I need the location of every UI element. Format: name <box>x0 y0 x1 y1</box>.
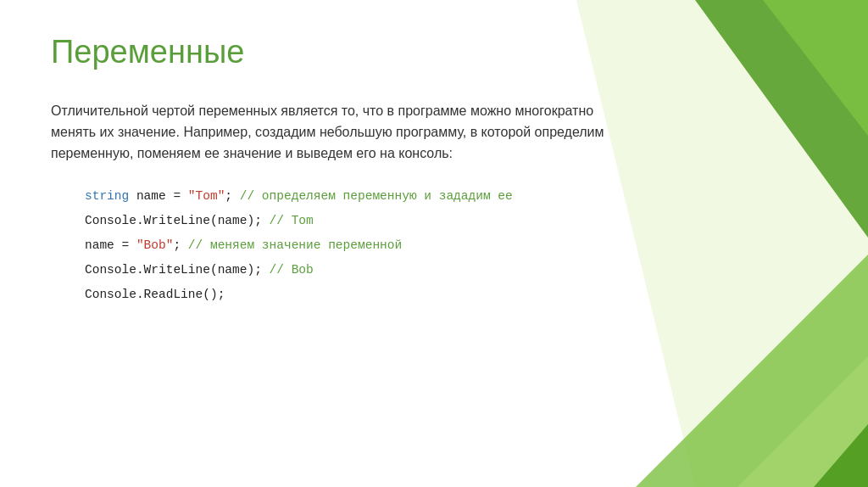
code-plain: Console.WriteLine(name); <box>85 263 270 277</box>
svg-marker-5 <box>814 424 868 487</box>
svg-marker-4 <box>737 356 868 487</box>
code-plain: name = <box>129 189 188 203</box>
code-line-2: Console.WriteLine(name); // Tom <box>85 209 817 233</box>
code-line-5: Console.ReadLine(); <box>85 283 817 307</box>
code-block: string name = "Tom"; // определяем перем… <box>51 184 817 307</box>
code-line-1: string name = "Tom"; // определяем перем… <box>85 184 817 209</box>
code-line-4: Console.WriteLine(name); // Bob <box>85 258 817 283</box>
code-plain: name = <box>85 238 136 252</box>
comment-4: // Bob <box>270 263 314 277</box>
comment-1: // определяем переменную и зададим ее <box>240 189 513 203</box>
code-plain: Console.ReadLine(); <box>85 288 225 301</box>
string-value-tom: "Tom" <box>188 189 225 203</box>
code-plain: ; <box>173 238 187 252</box>
comment-2: // Tom <box>270 214 314 227</box>
code-plain: ; <box>225 189 239 203</box>
comment-3: // меняем значение переменной <box>188 238 402 252</box>
string-value-bob: "Bob" <box>136 238 174 252</box>
code-line-3: name = "Bob"; // меняем значение перемен… <box>85 233 817 258</box>
code-plain: Console.WriteLine(name); <box>85 214 270 227</box>
description-text: Отличительной чертой переменных является… <box>51 101 627 164</box>
keyword-string: string <box>85 189 129 203</box>
page-content: Переменные Отличительной чертой переменн… <box>0 0 868 341</box>
page-title: Переменные <box>51 34 817 70</box>
